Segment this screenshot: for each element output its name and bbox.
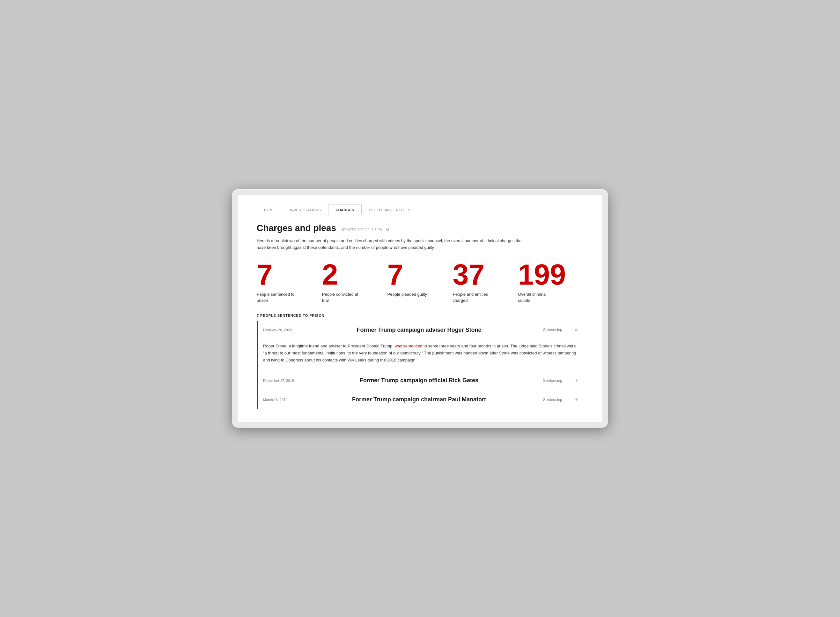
page-description: Here is a breakdown of the number of peo…: [257, 238, 531, 251]
record-type-stone: Sentencing: [533, 328, 562, 332]
screen: HOME INVESTIGATIONS CHARGES PEOPLE AND E…: [237, 195, 603, 422]
page-content: HOME INVESTIGATIONS CHARGES PEOPLE AND E…: [237, 195, 603, 422]
stat-number-pleaded: 7: [388, 260, 447, 289]
record-item-stone: February 20, 2020 Former Trump campaign …: [258, 320, 583, 371]
page-title-row: Charges and pleas UPDATED 3/02/20, 1.3 P…: [257, 223, 583, 233]
record-name-stone: Former Trump campaign adviser Roger Ston…: [311, 327, 527, 334]
stat-counts: 199 Overall criminal counts: [518, 260, 583, 303]
record-header-stone[interactable]: February 20, 2020 Former Trump campaign …: [258, 320, 583, 339]
was-sentenced-link[interactable]: was sentenced: [395, 344, 423, 348]
stat-label-counts: Overall criminal counts: [518, 292, 559, 303]
stats-row: 7 People sentenced to prison 2 People co…: [257, 260, 583, 303]
page-title: Charges and pleas: [257, 223, 336, 233]
stat-convicted: 2 People convicted at trial: [322, 260, 388, 303]
nav-home[interactable]: HOME: [257, 205, 283, 216]
record-date-stone: February 20, 2020: [263, 328, 305, 332]
record-header-manafort[interactable]: March 13, 2019 Former Trump campaign cha…: [258, 390, 583, 409]
stat-number-convicted: 2: [322, 260, 381, 289]
record-header-gates[interactable]: December 17, 2019 Former Trump campaign …: [258, 371, 583, 390]
nav-charges[interactable]: CHARGES: [328, 205, 361, 216]
navigation: HOME INVESTIGATIONS CHARGES PEOPLE AND E…: [257, 205, 583, 216]
section-heading: 7 PEOPLE SENTENCED TO PRISON: [257, 314, 583, 320]
stat-label-sentenced: People sentenced to prison: [257, 292, 298, 303]
nav-people-entities[interactable]: PEOPLE AND ENTITIES: [362, 205, 418, 216]
stat-charged: 37 People and entities charged: [452, 260, 518, 303]
stat-label-pleaded: People pleaded guilty: [388, 292, 429, 297]
record-toggle-gates[interactable]: +: [569, 377, 578, 384]
stat-number-counts: 199: [518, 260, 577, 289]
nav-investigations[interactable]: INVESTIGATIONS: [283, 205, 329, 216]
record-name-manafort: Former Trump campaign chairman Paul Mana…: [311, 396, 527, 403]
record-date-manafort: March 13, 2019: [263, 398, 305, 401]
record-item-manafort: March 13, 2019 Former Trump campaign cha…: [258, 390, 583, 409]
record-toggle-stone[interactable]: ×: [569, 326, 578, 334]
stat-pleaded: 7 People pleaded guilty: [388, 260, 453, 297]
device-frame: HOME INVESTIGATIONS CHARGES PEOPLE AND E…: [232, 189, 608, 428]
record-name-gates: Former Trump campaign official Rick Gate…: [311, 377, 527, 384]
record-type-gates: Sentencing: [533, 378, 562, 383]
record-detail-stone: Roger Stone, a longtime friend and advis…: [258, 339, 583, 371]
update-badge: UPDATED 3/02/20, 1.3 PM · SI: [340, 228, 389, 232]
record-type-manafort: Sentencing: [533, 397, 562, 402]
stat-label-charged: People and entities charged: [452, 292, 494, 303]
record-date-gates: December 17, 2019: [263, 379, 305, 382]
stat-sentenced: 7 People sentenced to prison: [257, 260, 322, 303]
record-item-gates: December 17, 2019 Former Trump campaign …: [258, 371, 583, 390]
stat-number-sentenced: 7: [257, 260, 316, 289]
stat-number-charged: 37: [452, 260, 511, 289]
stat-label-convicted: People convicted at trial: [322, 292, 364, 303]
record-toggle-manafort[interactable]: +: [569, 396, 578, 403]
records-list: February 20, 2020 Former Trump campaign …: [257, 320, 583, 409]
